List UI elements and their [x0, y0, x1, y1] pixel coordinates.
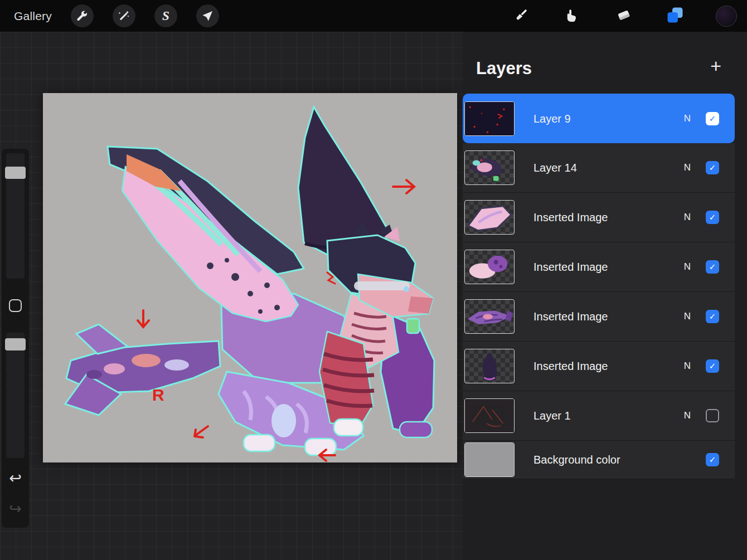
brush-tool-button[interactable] — [510, 4, 533, 28]
layer-row[interactable]: Layer 9 N — [463, 94, 735, 143]
actions-button[interactable] — [71, 4, 94, 27]
blend-mode-button[interactable]: N — [681, 311, 693, 322]
layer-thumbnail[interactable] — [464, 250, 515, 284]
modify-button[interactable] — [9, 299, 22, 312]
top-toolbar: Gallery S — [0, 0, 747, 32]
background-color-row[interactable]: Background color — [463, 441, 735, 479]
layer-name: Inserted Image — [533, 261, 608, 274]
layer-name: Layer 1 — [533, 410, 571, 422]
transform-button[interactable] — [196, 4, 219, 27]
current-color-swatch — [716, 6, 737, 27]
red-letter-annotation: R — [152, 386, 164, 404]
layer-row[interactable]: Layer 14 N — [463, 143, 735, 193]
brush-opacity-slider[interactable] — [6, 333, 25, 458]
paintbrush-icon — [513, 7, 530, 26]
add-layer-button[interactable]: + — [710, 56, 721, 75]
adjustments-button[interactable] — [113, 4, 135, 27]
brush-opacity-handle[interactable] — [5, 338, 26, 350]
drawing-canvas[interactable]: R — [43, 93, 457, 462]
blend-mode-button[interactable]: N — [681, 361, 693, 372]
smudge-tool-button[interactable] — [561, 4, 584, 28]
gallery-button[interactable]: Gallery — [14, 9, 52, 23]
paint-tools-group — [510, 0, 738, 32]
layer-name: Inserted Image — [533, 211, 608, 224]
layer-name: Layer 9 — [533, 112, 571, 125]
layer-row[interactable]: Inserted Image N — [463, 242, 735, 292]
layer-visibility-checkbox[interactable] — [706, 359, 719, 373]
layer-visibility-checkbox[interactable] — [706, 211, 719, 224]
sidebar-toolbar: ↩ ↪ — [2, 149, 29, 528]
layer-visibility-checkbox[interactable] — [706, 310, 719, 323]
layer-visibility-checkbox[interactable] — [706, 453, 719, 466]
layer-name: Background color — [533, 454, 620, 466]
background-color-thumbnail[interactable] — [464, 442, 515, 477]
layer-thumbnail[interactable] — [464, 398, 515, 433]
layer-thumbnail[interactable] — [464, 200, 515, 235]
layers-panel: Layers + Layer 9 — [463, 32, 747, 560]
layer-row[interactable]: Inserted Image N — [463, 342, 735, 391]
layer-row[interactable]: Layer 1 N — [463, 391, 735, 441]
blend-mode-button[interactable]: N — [681, 113, 693, 124]
layer-visibility-checkbox[interactable] — [706, 112, 719, 125]
undo-button[interactable]: ↩ — [2, 471, 29, 486]
blend-mode-button[interactable]: N — [681, 410, 693, 421]
layer-name: Layer 14 — [533, 162, 577, 174]
layers-panel-title: Layers — [476, 59, 532, 79]
layer-list: Layer 9 N Layer 14 N — [463, 94, 735, 479]
blend-mode-button[interactable]: N — [681, 212, 693, 223]
selection-button[interactable]: S — [154, 4, 177, 27]
wrench-icon — [75, 9, 89, 23]
color-tool-button[interactable] — [715, 4, 738, 28]
transform-arrow-icon — [201, 9, 214, 23]
dragon-artwork: R — [43, 93, 457, 462]
layers-icon — [666, 6, 685, 27]
layer-thumbnail[interactable] — [464, 349, 515, 383]
layer-name: Inserted Image — [533, 310, 608, 323]
redo-button[interactable]: ↪ — [2, 501, 29, 517]
layer-visibility-checkbox[interactable] — [706, 409, 719, 422]
layers-panel-header: Layers + — [463, 32, 747, 94]
workspace-background: R ↩ ↪ Layers + — [0, 32, 747, 560]
layer-visibility-checkbox[interactable] — [706, 161, 719, 174]
blend-mode-button[interactable]: N — [681, 162, 693, 173]
eraser-icon — [615, 7, 632, 26]
magic-wand-icon — [117, 9, 130, 23]
layers-tool-button[interactable] — [663, 4, 687, 28]
selection-s-icon: S — [162, 9, 169, 22]
layer-thumbnail[interactable] — [464, 299, 515, 334]
smudge-finger-icon — [564, 7, 581, 26]
eraser-tool-button[interactable] — [612, 4, 636, 28]
layer-thumbnail[interactable] — [464, 150, 515, 185]
layer-visibility-checkbox[interactable] — [706, 260, 719, 274]
layer-row[interactable]: Inserted Image N — [463, 193, 735, 242]
layer-name: Inserted Image — [533, 360, 608, 373]
layer-thumbnail[interactable] — [464, 101, 515, 136]
brush-size-handle[interactable] — [5, 167, 26, 179]
layer-row[interactable]: Inserted Image N — [463, 292, 735, 342]
blend-mode-button[interactable]: N — [681, 261, 693, 272]
